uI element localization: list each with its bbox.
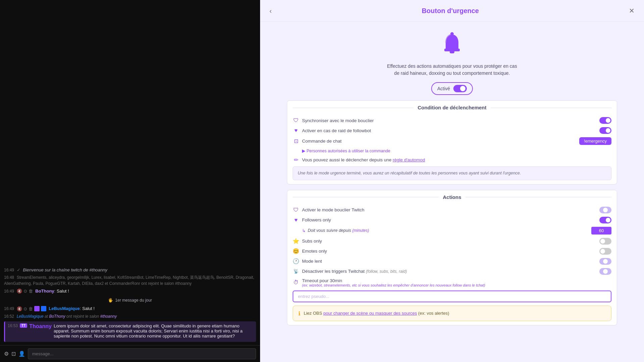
username-thoanny: Thoanny <box>29 323 52 329</box>
shield-chat-icon[interactable]: ⊡ <box>11 351 16 357</box>
panel-description: Effectuez des actions automatiques pour … <box>385 63 519 77</box>
emotes-only-label: Emotes only <box>302 249 327 254</box>
clock-icon-mode: 🕐 <box>293 258 299 264</box>
join-text: StreamElements, aliceydra, georgeIm8jk, … <box>4 275 254 286</box>
chat-panel: 16:49 ✓ Bienvenue sur la chaîne twitch d… <box>0 0 260 362</box>
timeout-label: Timeout pour 30min (ex: wizebot, streame… <box>302 278 485 287</box>
info-text-box: Une fois le mode urgence terminé, vous a… <box>293 166 611 180</box>
slow-mode-toggle[interactable] <box>599 258 611 265</box>
panel-header: ‹ Bouton d'urgence ✕ <box>260 0 644 22</box>
obs-info-box: ℹ Liez OBS pour changer de scène ou masq… <box>293 306 611 321</box>
timeout-row: ⏱ Timeout pour 30min (ex: wizebot, strea… <box>293 278 611 287</box>
slow-mode-row: 🕐 Mode lent <box>293 258 611 265</box>
mod-badge: TT <box>20 323 27 328</box>
svg-point-2 <box>450 32 454 36</box>
pseudo-input[interactable] <box>293 291 611 302</box>
followbot-label: Activer en cas de raid de followbot <box>302 128 371 133</box>
chat-messages: 16:49 ✓ Bienvenue sur la chaîne twitch d… <box>0 0 260 345</box>
follow-since-label: Doit vous suivre depuis (minutes) <box>308 228 369 233</box>
activated-toggle[interactable] <box>453 85 467 92</box>
shield-mode-icon: 🛡 <box>293 207 299 213</box>
bell-icon <box>440 31 464 55</box>
disable-triggers-label: Désactiver les triggers Twitchat (follow… <box>302 269 407 274</box>
info-icon: ℹ <box>298 310 300 317</box>
activated-label: Activé <box>437 86 450 91</box>
mute-icon: 🔇 <box>17 288 22 294</box>
person-icon[interactable]: 👤 <box>18 351 25 357</box>
chat-message-1: 16:49 ✓ Bienvenue sur la chaîne twitch d… <box>4 267 256 273</box>
automod-row: ✏ Vous pouvez aussi le déclencher depuis… <box>293 157 611 163</box>
chat-command-row: ⊡ Commande de chat !emergency <box>293 137 611 145</box>
followers-only-label: Followers only <box>302 217 331 222</box>
shield-mode-label: Activer le mode bouclier Twitch <box>302 207 364 212</box>
back-button[interactable]: ‹ <box>268 6 273 16</box>
shield-mode-row: 🛡 Activer le mode bouclier Twitch <box>293 207 611 213</box>
badge-blue-icon <box>41 306 46 311</box>
chat-message-2: 16:48 StreamElements, aliceydra, georgeI… <box>4 274 256 287</box>
close-button[interactable]: ✕ <box>628 5 636 16</box>
badge-icon <box>34 306 40 311</box>
emotes-only-row: 😊 Emotes only <box>293 248 611 255</box>
mute-icon-2: 🔇 <box>17 306 22 312</box>
minutes-input[interactable] <box>591 227 611 235</box>
username-lebusmagique: LeBusMagique <box>49 306 80 311</box>
obs-link[interactable]: pour changer de scène ou masquer des sou… <box>324 311 417 316</box>
chat-input-icons: ⚙ ⊡ 👤 <box>4 351 25 357</box>
subs-only-toggle[interactable] <box>599 238 611 245</box>
chat-input-row: ⚙ ⊡ 👤 <box>0 345 260 362</box>
emotes-only-toggle[interactable] <box>599 248 611 255</box>
sync-shield-label: Synchroniser avec le mode bouclier <box>302 118 374 123</box>
clock-icon: ⊙ <box>23 288 27 294</box>
shield-icon: 🛡 <box>293 117 299 123</box>
follow-since-row: ↳ Doit vous suivre depuis (minutes) <box>293 227 611 235</box>
heart-icon: ♥ <box>293 127 299 134</box>
followbot-toggle[interactable] <box>599 127 611 134</box>
activated-toggle-row: Activé <box>431 82 473 95</box>
trash-icon-2: 🗑 <box>29 306 33 312</box>
actions-section: Actions 🛡 Activer le mode bouclier Twitc… <box>287 190 617 325</box>
username-bothony: BoThony <box>35 289 54 294</box>
radio-icon: 📡 <box>293 269 299 274</box>
chat-message-5: 16:49 🔇 ⊙ 🗑 LeBusMagique: Salut ! <box>4 306 256 312</box>
disable-triggers-row: 📡 Désactiver les triggers Twitchat (foll… <box>293 268 611 275</box>
right-panel: ‹ Bouton d'urgence ✕ Effectuez des actio… <box>260 0 644 362</box>
disable-triggers-toggle[interactable] <box>599 268 611 275</box>
actions-header: Actions <box>287 190 617 204</box>
star-icon: ⭐ <box>293 238 299 244</box>
automod-link[interactable]: règle d'automod <box>393 157 425 162</box>
subs-only-label: Subs only <box>302 239 322 244</box>
settings-icon[interactable]: ⚙ <box>4 351 9 357</box>
chat-message-3: 16:49 🔇 ⊙ 🗑 BoThony: Salut ! <box>4 288 256 295</box>
panel-title: Bouton d'urgence <box>273 7 628 15</box>
panel-content: Effectuez des actions automatiques pour … <box>260 22 644 332</box>
followers-only-row: ♥ Followers only <box>293 217 611 223</box>
followbot-row: ♥ Activer en cas de raid de followbot <box>293 127 611 134</box>
shield-mode-toggle[interactable] <box>599 207 611 213</box>
emergency-icon-container <box>440 31 464 55</box>
clock-icon-2: ⊙ <box>23 306 27 312</box>
followers-heart-icon: ♥ <box>293 217 299 223</box>
slow-mode-label: Mode lent <box>302 259 322 264</box>
actions-rows: 🛡 Activer le mode bouclier Twitch ♥ Foll… <box>287 204 617 325</box>
timer-icon: ⏱ <box>293 279 299 286</box>
condition-title: Condition de déclenchement <box>413 105 490 110</box>
highlighted-message: 16:53 TT Thoanny Lorem ipsum dolor sit a… <box>4 321 256 342</box>
chat-input[interactable] <box>28 348 256 359</box>
chat-command-label: Commande de chat <box>302 139 342 144</box>
sync-shield-row: 🛡 Synchroniser avec le mode bouclier <box>293 117 611 124</box>
persons-link-row: ▶ Personnes autorisées à utiliser la com… <box>293 148 611 153</box>
condition-rows: 🛡 Synchroniser avec le mode bouclier ♥ A… <box>287 114 617 184</box>
emote-icon: 😊 <box>293 248 299 254</box>
sub-arrow-icon: ↳ <box>302 228 306 233</box>
emergency-badge: !emergency <box>579 137 611 145</box>
actions-title: Actions <box>439 194 465 200</box>
pencil-icon: ✏ <box>293 157 299 163</box>
persons-link[interactable]: ▶ Personnes autorisées à utiliser la com… <box>302 148 611 153</box>
automod-text: Vous pouvez aussi le déclencher depuis u… <box>302 157 425 162</box>
followers-only-toggle[interactable] <box>599 217 611 223</box>
day-separator: 🖐 1er message du jour <box>4 297 256 303</box>
sync-shield-toggle[interactable] <box>599 117 611 124</box>
condition-header: Condition de déclenchement <box>287 101 617 114</box>
obs-info-text: Liez OBS pour changer de scène ou masque… <box>304 310 449 317</box>
condition-section: Condition de déclenchement 🛡 Synchronise… <box>287 100 617 185</box>
